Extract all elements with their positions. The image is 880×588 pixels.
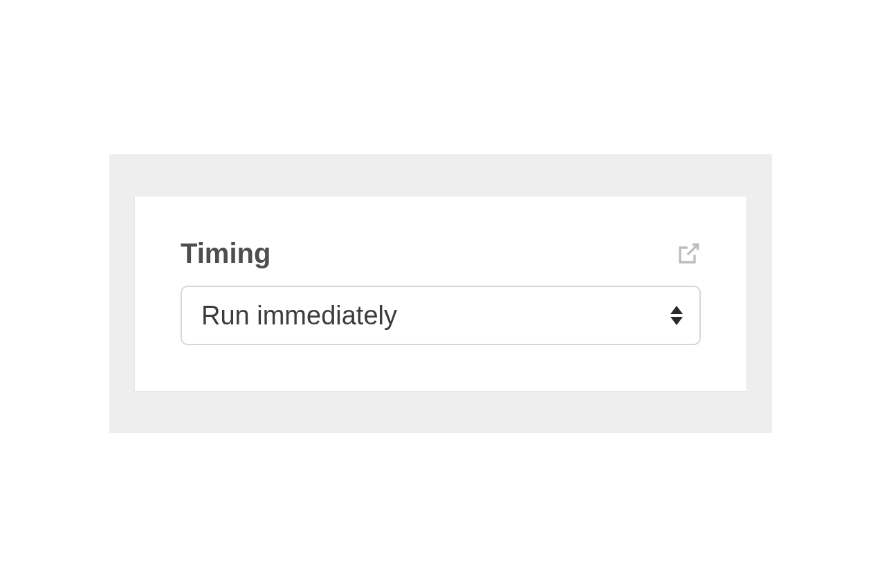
timing-panel-outer: Timing Run immediately (109, 154, 772, 433)
timing-title: Timing (181, 238, 271, 269)
external-link-icon[interactable] (676, 241, 701, 266)
timing-select[interactable]: Run immediately (181, 286, 701, 345)
timing-select-wrapper: Run immediately (181, 286, 701, 345)
timing-card-header: Timing (181, 238, 701, 269)
timing-card: Timing Run immediately (134, 196, 747, 392)
